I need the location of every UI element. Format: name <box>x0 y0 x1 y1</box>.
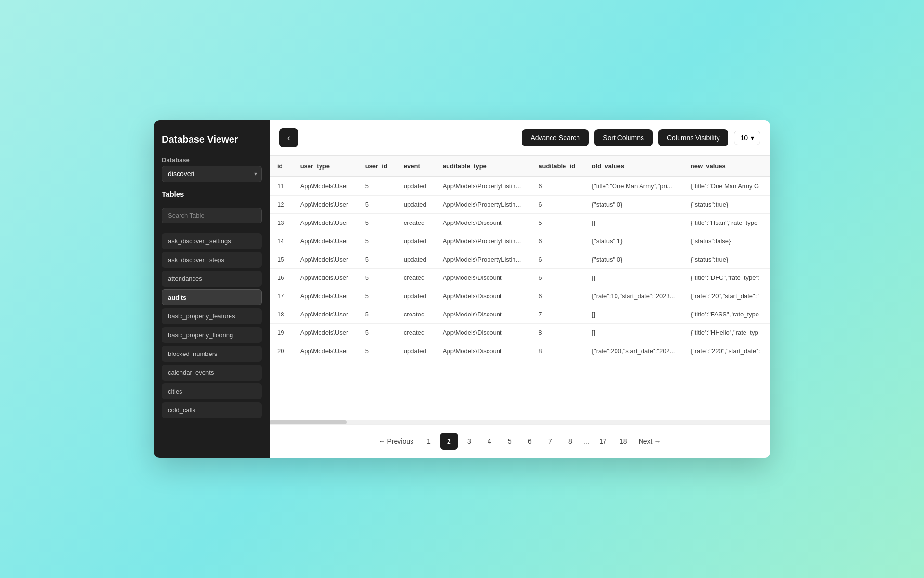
cell-auditable_id: 6 <box>531 177 584 196</box>
cell-user_id: 5 <box>358 250 396 269</box>
cell-new_values: {"rate":"20","start_date":" <box>683 287 770 305</box>
horizontal-scrollbar[interactable] <box>270 420 770 424</box>
toolbar: ‹ Advance Search Sort Columns Columns Vi… <box>270 120 770 156</box>
cell-event: updated <box>396 250 435 269</box>
table-item[interactable]: ask_discoveri_steps <box>162 252 262 268</box>
sidebar-title: Database Viewer <box>162 134 262 145</box>
page-button-18[interactable]: 18 <box>615 433 632 450</box>
col-header-auditable-type[interactable]: auditable_type <box>435 156 531 177</box>
col-header-user-type[interactable]: user_type <box>293 156 358 177</box>
cell-user_type: App\Models\User <box>293 196 358 214</box>
cell-user_id: 5 <box>358 269 396 287</box>
cell-user_type: App\Models\User <box>293 287 358 305</box>
cell-auditable_type: App\Models\Discount <box>435 305 531 324</box>
cell-id: 19 <box>270 324 293 342</box>
cell-new_values: {"title":"HHello","rate_typ <box>683 324 770 342</box>
cell-auditable_id: 8 <box>531 324 584 342</box>
cell-event: updated <box>396 232 435 250</box>
cell-new_values: {"rate":"220","start_date": <box>683 342 770 360</box>
rows-count: 10 <box>740 134 748 142</box>
cell-new_values: {"title":"DFC","rate_type": <box>683 269 770 287</box>
col-header-user-id[interactable]: user_id <box>358 156 396 177</box>
col-header-id[interactable]: id <box>270 156 293 177</box>
data-table: id user_type user_id event auditable_typ… <box>270 156 770 360</box>
cell-new_values: {"status":true} <box>683 196 770 214</box>
page-button-1[interactable]: 1 <box>420 433 437 450</box>
cell-auditable_type: App\Models\PropertyListin... <box>435 196 531 214</box>
cell-event: created <box>396 305 435 324</box>
page-button-8[interactable]: 8 <box>562 433 579 450</box>
cell-user_type: App\Models\User <box>293 214 358 232</box>
table-row[interactable]: 18App\Models\User5createdApp\Models\Disc… <box>270 305 770 324</box>
cell-event: created <box>396 269 435 287</box>
table-row[interactable]: 17App\Models\User5updatedApp\Models\Disc… <box>270 287 770 305</box>
col-header-old-values[interactable]: old_values <box>584 156 683 177</box>
sort-columns-button[interactable]: Sort Columns <box>594 129 653 146</box>
cell-auditable_id: 8 <box>531 342 584 360</box>
search-table-input[interactable] <box>162 208 262 223</box>
page-button-6[interactable]: 6 <box>521 433 539 450</box>
cell-new_values: {"title":"Hsan","rate_type <box>683 214 770 232</box>
cell-old_values: [] <box>584 324 683 342</box>
previous-button[interactable]: ← Previous <box>375 433 417 450</box>
col-header-event[interactable]: event <box>396 156 435 177</box>
cell-id: 11 <box>270 177 293 196</box>
scrollbar-thumb[interactable] <box>270 420 346 424</box>
table-item[interactable]: cities <box>162 383 262 399</box>
table-row[interactable]: 20App\Models\User5updatedApp\Models\Disc… <box>270 342 770 360</box>
database-select[interactable]: discoveri <box>162 166 262 182</box>
cell-id: 20 <box>270 342 293 360</box>
cell-old_values: {"rate":200,"start_date":"202... <box>584 342 683 360</box>
table-row[interactable]: 19App\Models\User5createdApp\Models\Disc… <box>270 324 770 342</box>
database-label: Database <box>162 157 262 164</box>
cell-user_id: 5 <box>358 287 396 305</box>
table-row[interactable]: 12App\Models\User5updatedApp\Models\Prop… <box>270 196 770 214</box>
cell-old_values: [] <box>584 305 683 324</box>
ellipsis: ... <box>582 437 591 445</box>
table-row[interactable]: 11App\Models\User5updatedApp\Models\Prop… <box>270 177 770 196</box>
table-row[interactable]: 15App\Models\User5updatedApp\Models\Prop… <box>270 250 770 269</box>
page-button-7[interactable]: 7 <box>541 433 559 450</box>
cell-auditable_type: App\Models\Discount <box>435 269 531 287</box>
page-button-3[interactable]: 3 <box>461 433 478 450</box>
table-item[interactable]: ask_discoveri_settings <box>162 233 262 249</box>
cell-auditable_type: App\Models\Discount <box>435 287 531 305</box>
cell-id: 16 <box>270 269 293 287</box>
back-button[interactable]: ‹ <box>279 128 298 147</box>
cell-user_id: 5 <box>358 342 396 360</box>
table-item[interactable]: calendar_events <box>162 365 262 381</box>
cell-user_id: 5 <box>358 214 396 232</box>
cell-event: updated <box>396 287 435 305</box>
table-item[interactable]: basic_property_flooring <box>162 327 262 343</box>
page-button-2[interactable]: 2 <box>440 433 458 450</box>
cell-auditable_type: App\Models\PropertyListin... <box>435 232 531 250</box>
main-content: ‹ Advance Search Sort Columns Columns Vi… <box>270 120 770 458</box>
rows-per-page-selector[interactable]: 10 ▾ <box>734 131 760 145</box>
cell-old_values: [] <box>584 214 683 232</box>
table-item-active[interactable]: audits <box>162 289 262 305</box>
col-header-new-values[interactable]: new_values <box>683 156 770 177</box>
pagination: ← Previous 1 2 3 4 5 6 7 8 ... 17 18 Nex… <box>270 424 770 458</box>
table-row[interactable]: 14App\Models\User5updatedApp\Models\Prop… <box>270 232 770 250</box>
advance-search-button[interactable]: Advance Search <box>522 129 589 146</box>
cell-user_type: App\Models\User <box>293 177 358 196</box>
page-button-17[interactable]: 17 <box>594 433 612 450</box>
cell-user_id: 5 <box>358 232 396 250</box>
table-row[interactable]: 16App\Models\User5createdApp\Models\Disc… <box>270 269 770 287</box>
cell-id: 12 <box>270 196 293 214</box>
cell-auditable_id: 6 <box>531 250 584 269</box>
table-item[interactable]: blocked_numbers <box>162 346 262 362</box>
table-row[interactable]: 13App\Models\User5createdApp\Models\Disc… <box>270 214 770 232</box>
cell-user_type: App\Models\User <box>293 250 358 269</box>
page-button-5[interactable]: 5 <box>501 433 518 450</box>
table-item[interactable]: cold_calls <box>162 402 262 418</box>
table-container: id user_type user_id event auditable_typ… <box>270 156 770 420</box>
cell-old_values: {"status":1} <box>584 232 683 250</box>
cell-id: 13 <box>270 214 293 232</box>
next-button[interactable]: Next → <box>635 433 665 450</box>
columns-visibility-button[interactable]: Columns Visibility <box>658 129 728 146</box>
page-button-4[interactable]: 4 <box>481 433 498 450</box>
col-header-auditable-id[interactable]: auditable_id <box>531 156 584 177</box>
table-item[interactable]: basic_property_features <box>162 308 262 324</box>
table-item[interactable]: attendances <box>162 271 262 287</box>
